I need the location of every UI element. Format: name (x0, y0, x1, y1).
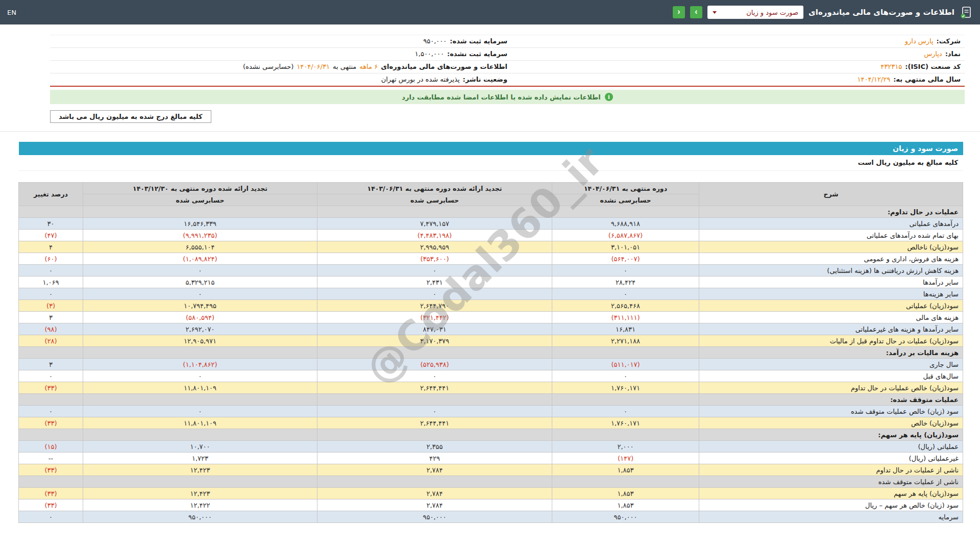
signature-match-banner: i اطلاعات نمایش داده شده با اطلاعات امضا… (50, 90, 965, 104)
row-label: سرمایه (699, 511, 963, 523)
table-row: بهای تمام شده درآمدهای عملیاتی(۶,۵۸۷,۸۶۷… (19, 230, 963, 241)
value-restated-6m: (۴,۴۸۳,۱۹۸) (317, 230, 552, 241)
value-restated-annual: ۰ (83, 288, 317, 300)
value-current-period: ۳,۱۰۱,۰۵۱ (552, 241, 699, 253)
isic-field: کد صنعت (ISIC): ۴۳۲۳۱۵ (507, 62, 961, 71)
value-restated-annual: ۱۰,۷۰۰ (83, 441, 317, 453)
value-restated-6m (317, 429, 552, 441)
value-current-period: ۱,۸۵۳ (552, 499, 699, 511)
row-label: ناشی از عملیات متوقف شده (699, 476, 963, 488)
value-restated-6m: ۸۴۷,۰۳۱ (317, 323, 552, 335)
capital-registered-label: سرمایه ثبت شده: (450, 37, 507, 46)
value-restated-annual: ۱۲,۹۰۵,۹۷۱ (83, 335, 317, 347)
next-statement-button[interactable]: › (690, 6, 702, 18)
value-restated-annual: ۱۱,۸۰۱,۱۰۹ (83, 382, 317, 394)
row-label: عملیات در حال تداوم: (699, 206, 963, 218)
value-restated-annual: ۹۵۰,۰۰۰ (83, 511, 317, 523)
value-restated-6m: ۷,۴۷۹,۱۵۷ (317, 218, 552, 230)
report-document-icon (960, 6, 973, 19)
table-section-row: هزینه مالیات بر درآمد: (19, 347, 963, 359)
value-restated-6m (317, 206, 552, 218)
value-percent-change: (۲۸) (19, 335, 83, 347)
row-label: هزینه کاهش ارزش دریافتنی ها (هزینه استثن… (699, 265, 963, 277)
table-row: سود(زیان) عملیاتی۲,۵۶۵,۴۶۸۲,۶۴۴,۷۹۰۱۰,۷۹… (19, 300, 963, 312)
value-percent-change: (۹۸) (19, 323, 83, 335)
fiscal-year-label: سال مالی منتهی به: (893, 75, 961, 84)
capital-registered-value: ۹۵۰,۰۰۰ (423, 37, 447, 46)
prev-statement-button[interactable]: ‹ (673, 6, 685, 18)
table-row: عملیاتی (ریال)۲,۰۰۰۲,۳۵۵۱۰,۷۰۰(۱۵) (19, 441, 963, 453)
table-row: سود(زیان) پایه هر سهم۱,۸۵۳۲,۷۸۴۱۲,۴۲۳(۳۳… (19, 488, 963, 499)
value-percent-change: (۳۳) (19, 488, 83, 499)
value-percent-change: ۴ (19, 241, 83, 253)
table-row: سود (زیان) خالص هر سهم – ریال۱,۸۵۳۲,۷۸۴۱… (19, 499, 963, 511)
symbol-value-link[interactable]: دپارس (924, 49, 942, 59)
value-restated-annual (83, 429, 317, 441)
value-current-period: ۱,۸۵۳ (552, 464, 699, 476)
value-restated-6m: ۲,۹۹۵,۹۵۹ (317, 241, 552, 253)
value-restated-6m (317, 394, 552, 406)
table-header: شرح دوره منتهی به ۱۴۰۴/۰۶/۳۱ تجدید ارائه… (19, 183, 963, 206)
value-current-period: ۰ (552, 370, 699, 382)
report-period-date: ۱۴۰۴/۰۶/۳۱ (297, 62, 330, 71)
symbol-field: نماد: دپارس (507, 49, 961, 59)
value-percent-change: -- (19, 453, 83, 464)
english-language-link[interactable]: EN (7, 9, 16, 16)
column-header-period-restated-annual: تجدید ارائه شده دوره منتهی به ۱۴۰۳/۱۲/۳۰ (83, 183, 317, 194)
page-title: اطلاعات و صورت‌های مالی میاندوره‌ای (808, 8, 954, 17)
table-row: سود(زیان) ناخالص۳,۱۰۱,۰۵۱۲,۹۹۵,۹۵۹۶,۵۵۵,… (19, 241, 963, 253)
page-divider (0, 131, 980, 132)
value-restated-annual: ۱۲,۴۲۳ (83, 488, 317, 499)
report-period-label: اطلاعات و صورت‌های مالی میاندوره‌ای (381, 62, 507, 71)
value-restated-6m: ۰ (317, 288, 552, 300)
value-restated-6m: ۹۵۰,۰۰۰ (317, 511, 552, 523)
statement-type-select[interactable]: صورت سود و زیان (707, 6, 803, 19)
capital-registered-field: سرمایه ثبت شده: ۹۵۰,۰۰۰ (54, 37, 507, 46)
row-label: درآمدهای عملیاتی (699, 218, 963, 230)
value-percent-change (19, 429, 83, 441)
value-current-period: ۱,۷۶۰,۱۷۱ (552, 417, 699, 429)
value-restated-6m: ۰ (317, 265, 552, 277)
value-restated-6m: ۲,۷۸۴ (317, 488, 552, 499)
info-icon: i (605, 93, 613, 101)
row-label: عملیات متوقف شده: (699, 394, 963, 406)
value-restated-annual: (۱,۰۸۹,۸۲۴) (83, 253, 317, 265)
report-period-suffix: (حسابرسی نشده) (243, 62, 293, 71)
table-row: سال جاری(۵۱۱,۰۱۷)(۵۲۵,۹۳۸)(۱,۱۰۴,۸۶۲)۳ (19, 359, 963, 370)
value-restated-annual: ۱۱,۸۰۱,۱۰۹ (83, 417, 317, 429)
row-label: هزینه های فروش، اداری و عمومی (699, 253, 963, 265)
row-label: سود(زیان) خالص عملیات در حال تداوم (699, 382, 963, 394)
row-label: سود(زیان) ناخالص (699, 241, 963, 253)
value-restated-annual: ۲,۶۹۲,۰۷۰ (83, 323, 317, 335)
statement-title-bar: صورت سود و زیان (19, 142, 963, 155)
value-percent-change: ۰ (19, 406, 83, 417)
value-percent-change: ۳ (19, 312, 83, 323)
company-value-link[interactable]: پارس دارو (905, 37, 934, 46)
signature-match-text: اطلاعات نمایش داده شده با اطلاعات امضا ش… (402, 93, 601, 101)
table-row: سود(زیان) خالص عملیات در حال تداوم۱,۷۶۰,… (19, 382, 963, 394)
info-row: نماد: دپارس سرمایه ثبت نشده: ۱,۵۰۰,۰۰۰ (50, 48, 965, 61)
row-label: ناشی از عملیات در حال تداوم (699, 464, 963, 476)
value-restated-annual: ۰ (83, 370, 317, 382)
value-percent-change: ۳ (19, 359, 83, 370)
value-percent-change (19, 206, 83, 218)
fiscal-year-value: ۱۴۰۴/۱۲/۲۹ (857, 75, 891, 84)
value-restated-6m: ۴۲۹ (317, 453, 552, 464)
table-row: ناشی از عملیات در حال تداوم۱,۸۵۳۲,۷۸۴۱۲,… (19, 464, 963, 476)
value-restated-6m: ۲,۷۸۴ (317, 499, 552, 511)
value-current-period: ۰ (552, 288, 699, 300)
table-row: هزینه های مالی(۳۱۱,۱۱۱)(۳۲۱,۴۴۲)(۵۸۰,۵۹۴… (19, 312, 963, 323)
row-label: سایر درآمدها و هزینه های غیرعملیاتی (699, 323, 963, 335)
table-row: سود(زیان) عملیات در حال تداوم قبل از مال… (19, 335, 963, 347)
value-restated-annual: ۰ (83, 406, 317, 417)
value-restated-6m: ۲,۴۳۱ (317, 277, 552, 288)
value-percent-change: (۳۳) (19, 417, 83, 429)
column-header-percent-change: درصد تغییر (19, 183, 83, 206)
subheader-unaudited: حسابرسی نشده (552, 194, 699, 206)
value-percent-change: ۰ (19, 265, 83, 277)
value-current-period: ۹۵۰,۰۰۰ (552, 511, 699, 523)
value-restated-annual: ۶,۵۵۵,۱۰۴ (83, 241, 317, 253)
capital-unregistered-field: سرمایه ثبت نشده: ۱,۵۰۰,۰۰۰ (54, 49, 507, 59)
statement-type-select-value: صورت سود و زیان (746, 9, 798, 16)
value-current-period (552, 206, 699, 218)
